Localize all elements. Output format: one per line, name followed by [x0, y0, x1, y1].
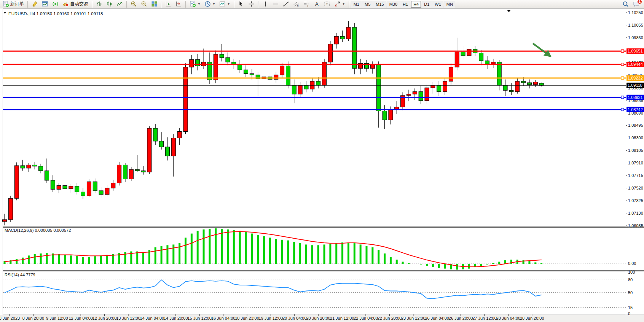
label-button[interactable]: T — [322, 0, 332, 8]
arrows-button[interactable]: ▼ — [333, 0, 347, 8]
new-order-button[interactable]: 新订单 — [1, 0, 26, 8]
auto-scroll-button[interactable] — [164, 0, 173, 8]
time-axis-label: 8 Jun 20:00 — [22, 316, 45, 320]
chart-shift-button[interactable] — [174, 0, 183, 8]
macd-histogram-bar — [305, 244, 307, 264]
candle-body — [539, 83, 544, 85]
candle-body — [75, 186, 79, 192]
svg-text:T: T — [326, 2, 328, 6]
time-axis-label: 15 Jun 12:00 — [187, 316, 212, 320]
templates-button[interactable]: ▼ — [218, 0, 232, 8]
line-handle[interactable] — [621, 108, 624, 111]
periods-icon — [204, 1, 211, 7]
candle-body — [316, 81, 320, 85]
vline-button[interactable] — [261, 0, 270, 8]
macd-histogram-bar — [76, 256, 78, 264]
line-handle[interactable] — [621, 96, 624, 99]
macd-histogram-bar — [432, 264, 434, 267]
candle-body — [286, 66, 290, 85]
candle-body — [51, 180, 55, 190]
price-badge-label: 1.09118 — [628, 83, 642, 88]
timeframe-M15[interactable]: M15 — [373, 1, 386, 8]
time-axis-label: 13 Jun 12:00 — [116, 316, 140, 320]
macd-histogram-bar — [142, 252, 144, 264]
time-axis-label: 14 Jun 04:00 — [140, 316, 164, 320]
price-tick-label: 1.10250 — [628, 10, 643, 15]
tile-windows-button[interactable] — [150, 0, 159, 8]
timeframe-W1[interactable]: W1 — [432, 1, 443, 8]
cursor-button[interactable] — [236, 0, 246, 8]
candle-body — [135, 169, 139, 171]
styler-button[interactable] — [30, 0, 40, 8]
timeframe-MN[interactable]: MN — [444, 1, 455, 8]
candle-body — [93, 182, 97, 191]
candle-body — [413, 92, 417, 94]
line-handle[interactable] — [621, 77, 624, 79]
timeframe-H4[interactable]: H4 — [411, 1, 421, 8]
timeframe-M30[interactable]: M30 — [387, 1, 400, 8]
auto-trading-button[interactable]: 自动交易 — [61, 0, 90, 8]
candle-body — [153, 128, 158, 141]
macd-histogram-bar — [58, 254, 60, 264]
candle-body — [383, 111, 387, 120]
candle-body — [346, 27, 351, 39]
macd-histogram-bar — [480, 264, 482, 266]
chevron-down-icon[interactable]: ▼ — [227, 2, 230, 6]
macd-histogram-bar — [335, 243, 337, 264]
vline-icon — [262, 1, 269, 7]
timeframe-M5[interactable]: M5 — [362, 1, 373, 8]
time-axis-label: 26 Jun 20:00 — [449, 316, 473, 320]
search-button[interactable] — [621, 0, 631, 8]
candle-body — [467, 49, 471, 56]
text-button[interactable]: A — [312, 0, 322, 8]
macd-histogram-bar — [263, 236, 265, 264]
chevron-down-icon[interactable]: ▼ — [342, 2, 345, 6]
macd-histogram-bar — [293, 242, 295, 264]
chevron-down-icon[interactable]: ▼ — [198, 2, 201, 6]
candle-body — [443, 81, 447, 92]
macd-histogram-bar — [209, 229, 210, 264]
line-chart-button[interactable] — [115, 0, 124, 8]
macd-histogram-bar — [402, 262, 404, 264]
timeframe-D1[interactable]: D1 — [422, 1, 432, 8]
macd-histogram-bar — [239, 231, 241, 264]
macd-histogram-bar — [341, 242, 343, 264]
time-axis-label: 18 Jun 23:00 — [235, 316, 259, 320]
timeframe-H1[interactable]: H1 — [400, 1, 410, 8]
chart-window-button[interactable] — [40, 0, 50, 8]
channel-button[interactable]: E — [292, 0, 301, 8]
candle-body — [177, 132, 182, 138]
periods-button[interactable]: ▼ — [203, 0, 217, 8]
chart-canvas[interactable]: 1.102501.100551.098601.096651.094701.092… — [0, 0, 644, 322]
chevron-down-icon[interactable]: ▼ — [212, 2, 215, 6]
macd-histogram-bar — [179, 243, 180, 264]
price-badge-label: 1.09651 — [628, 49, 643, 53]
macd-axis-label: 0.00 — [628, 261, 636, 266]
candle-body — [298, 85, 302, 94]
candle-body — [141, 171, 145, 172]
fibonacci-button[interactable]: F — [302, 0, 311, 8]
macd-histogram-bar — [498, 262, 500, 264]
hline-button[interactable] — [271, 0, 281, 8]
candle-body — [111, 183, 115, 188]
auto-trading-label: 自动交易 — [70, 1, 88, 7]
indicators-button[interactable]: ▼ — [188, 0, 202, 8]
line-handle[interactable] — [621, 63, 624, 66]
macd-histogram-bar — [34, 254, 36, 264]
time-axis-label: 12 Jun 04:00 — [69, 316, 93, 320]
zoom-in-button[interactable] — [129, 0, 139, 8]
signal-button[interactable] — [51, 0, 60, 8]
zoom-out-button[interactable] — [139, 0, 149, 8]
candle-body — [220, 54, 224, 57]
zoom-in-icon — [131, 1, 137, 7]
chat-button[interactable]: 1 — [631, 0, 641, 8]
trendline-button[interactable] — [281, 0, 291, 8]
line-handle[interactable] — [621, 50, 624, 53]
bar-chart-button[interactable] — [94, 0, 104, 8]
candlestick-button[interactable] — [105, 0, 114, 8]
macd-histogram-bar — [360, 244, 362, 264]
crosshair-button[interactable] — [247, 0, 256, 8]
candle-body — [244, 70, 248, 73]
candle-body — [521, 81, 526, 83]
timeframe-M1[interactable]: M1 — [351, 1, 362, 8]
